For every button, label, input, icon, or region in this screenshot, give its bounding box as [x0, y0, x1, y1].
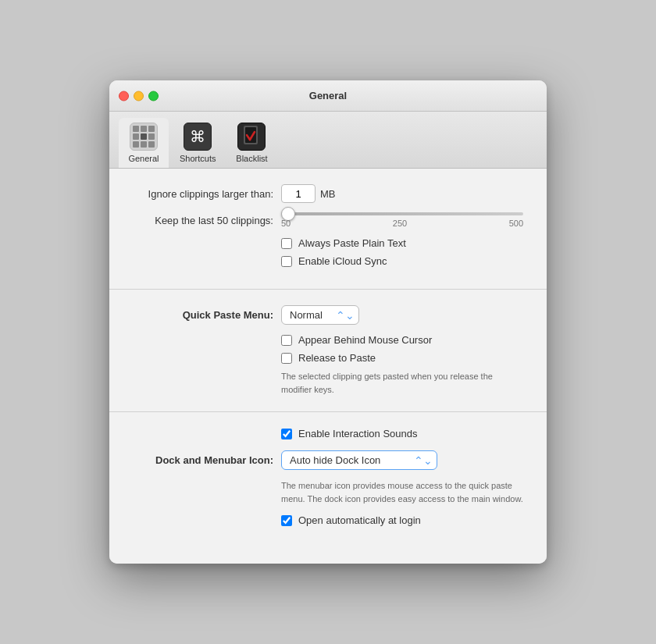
shortcuts-icon: ⌘ [184, 123, 212, 151]
interaction-sounds-label: Enable Interaction Sounds [298, 428, 418, 439]
release-description: The selected clipping gets pasted when y… [133, 370, 523, 396]
tab-blacklist[interactable]: Blacklist [226, 118, 276, 168]
open-at-login-checkbox[interactable] [281, 515, 292, 526]
clippings-slider-container: 50 250 500 [281, 212, 523, 228]
tab-general-label: General [128, 154, 159, 163]
appear-behind-label: Appear Behind Mouse Cursor [298, 334, 432, 346]
interaction-sounds-checkbox[interactable] [281, 429, 292, 439]
minimize-button[interactable] [134, 91, 144, 101]
open-at-login-row: Open automatically at login [133, 514, 523, 526]
dock-icon-label: Dock and Menubar Icon: [133, 454, 273, 466]
tab-general[interactable]: General [119, 118, 169, 168]
open-at-login-label: Open automatically at login [298, 514, 421, 526]
icloud-sync-checkbox[interactable] [281, 256, 292, 267]
maximize-button[interactable] [148, 91, 159, 101]
ignore-clippings-unit: MB [320, 188, 336, 200]
tab-shortcuts-label: Shortcuts [180, 154, 216, 163]
close-button[interactable] [119, 91, 129, 101]
keep-last-row: Keep the last 50 clippings: 50 250 500 [133, 212, 523, 228]
window-buttons [119, 91, 159, 101]
blacklist-icon [237, 123, 266, 151]
appear-behind-checkbox[interactable] [281, 335, 292, 346]
quick-paste-label: Quick Paste Menu: [133, 309, 273, 321]
release-to-paste-row: Release to Paste [133, 352, 523, 364]
always-paste-row: Always Paste Plain Text [133, 237, 523, 249]
keep-last-label: Keep the last 50 clippings: [133, 215, 273, 226]
appear-behind-row: Appear Behind Mouse Cursor [133, 334, 523, 346]
ignore-clippings-input[interactable] [281, 184, 316, 203]
clippings-slider[interactable] [281, 212, 523, 215]
dock-icon-row: Dock and Menubar Icon: Auto hide Dock Ic… [133, 450, 523, 470]
ignore-clippings-label: Ignore clippings larger than: [133, 188, 273, 200]
icloud-sync-row: Enable iCloud Sync [133, 255, 523, 267]
quick-paste-select-wrapper: Normal Compact Large ⌃⌄ [281, 305, 359, 325]
quick-paste-select[interactable]: Normal Compact Large [281, 305, 359, 325]
window-title: General [309, 90, 347, 101]
always-paste-label: Always Paste Plain Text [298, 237, 406, 249]
interaction-sounds-row: Enable Interaction Sounds [133, 428, 523, 439]
slider-min-label: 50 [281, 219, 291, 228]
main-window: General General ⌘ Shortcuts [109, 80, 547, 564]
dock-select-wrapper: Auto hide Dock Icon Show Dock Icon Hide … [281, 450, 437, 470]
dock-icon-select[interactable]: Auto hide Dock Icon Show Dock Icon Hide … [281, 450, 437, 470]
quick-paste-row: Quick Paste Menu: Normal Compact Large ⌃… [133, 305, 523, 325]
always-paste-checkbox[interactable] [281, 238, 292, 249]
slider-labels: 50 250 500 [281, 219, 523, 228]
titlebar: General [109, 80, 547, 112]
general-icon [130, 123, 158, 151]
dock-description: The menubar icon provides mouse access t… [133, 479, 523, 505]
content-area: Ignore clippings larger than: MB Keep th… [109, 169, 547, 564]
tab-blacklist-label: Blacklist [236, 154, 267, 163]
ignore-clippings-row: Ignore clippings larger than: MB [133, 184, 523, 203]
release-to-paste-label: Release to Paste [298, 352, 376, 364]
slider-mid-label: 250 [393, 219, 407, 228]
clippings-section: Ignore clippings larger than: MB Keep th… [109, 184, 547, 290]
toolbar: General ⌘ Shortcuts Blacklist [109, 112, 547, 169]
release-to-paste-checkbox[interactable] [281, 353, 292, 364]
slider-max-label: 500 [509, 219, 523, 228]
icloud-sync-label: Enable iCloud Sync [298, 255, 387, 267]
quick-paste-section: Quick Paste Menu: Normal Compact Large ⌃… [109, 305, 547, 412]
tab-shortcuts[interactable]: ⌘ Shortcuts [172, 118, 223, 168]
dock-section: Enable Interaction Sounds Dock and Menub… [109, 428, 547, 548]
